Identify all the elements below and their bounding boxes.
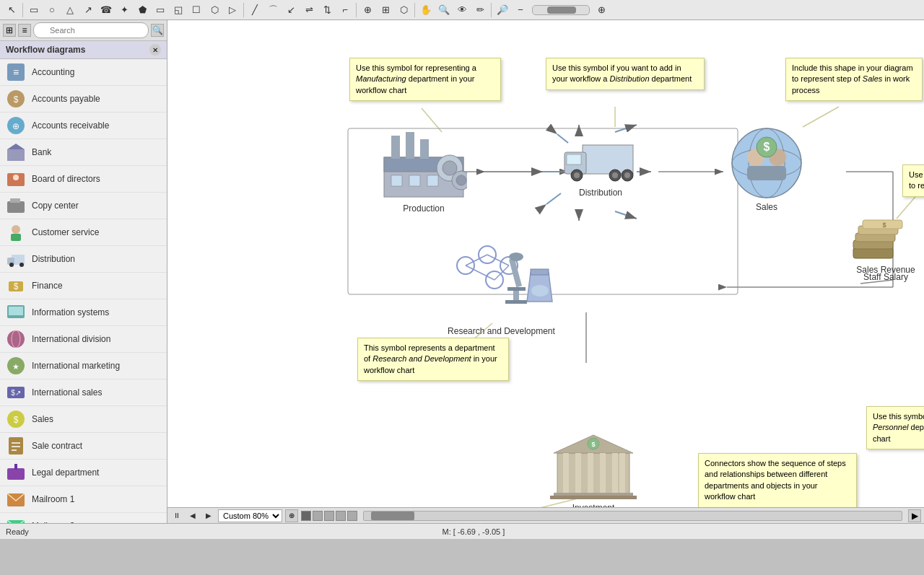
- sidebar-item-finance[interactable]: $Finance: [0, 273, 167, 299]
- sidebar-item-legal-department[interactable]: Legal department: [0, 460, 167, 486]
- vconn-tool[interactable]: ⇅: [318, 1, 336, 19]
- h-scrollbar-thumb[interactable]: [371, 512, 414, 520]
- hconn-tool[interactable]: ⇌: [300, 1, 318, 19]
- production-label: Production: [403, 203, 444, 214]
- add-tool[interactable]: ⊕: [359, 1, 376, 19]
- pan-tool[interactable]: ✋: [417, 1, 435, 19]
- svg-line-55: [615, 211, 637, 219]
- sidebar-item-international-division[interactable]: International division: [0, 326, 167, 353]
- sidebar-list-icon[interactable]: ≡: [18, 24, 31, 37]
- svg-rect-114: [575, 453, 581, 495]
- sidebar-item-board-of-directors[interactable]: Board of directors: [0, 166, 167, 193]
- tooltip-manufacturing: Use this symbol for representing a Manuf…: [349, 58, 501, 101]
- star-tool[interactable]: ✦: [116, 1, 133, 19]
- svg-text:$: $: [764, 141, 770, 153]
- svg-text:⊕: ⊕: [12, 121, 19, 131]
- ellipse-tool[interactable]: ○: [43, 1, 61, 19]
- zoom-tool[interactable]: 🔍: [435, 1, 453, 19]
- sidebar-item-sales[interactable]: $Sales: [0, 406, 167, 433]
- tooltip-personnel: Use this symbol for representing a Perso…: [866, 406, 924, 449]
- sidebar-item-icon-accounts-receivable: ⊕: [6, 115, 26, 136]
- line-tool[interactable]: ╱: [246, 1, 263, 19]
- tooltip-connectors: Connectors show the sequence of steps an…: [698, 453, 857, 508]
- grid-tool[interactable]: ⊞: [377, 1, 394, 19]
- select-tool[interactable]: ↖: [3, 1, 20, 19]
- triangle-tool[interactable]: △: [61, 1, 79, 19]
- tooltip-distribution: Use this symbol if you want to add in yo…: [546, 58, 705, 90]
- svg-line-45: [897, 193, 918, 219]
- sidebar-item-distribution[interactable]: Distribution: [0, 246, 167, 273]
- sep5: [491, 3, 492, 17]
- sidebar-item-label-mailroom-1: Mailroom 1: [32, 494, 74, 504]
- zoom-minus-tool[interactable]: −: [512, 1, 529, 19]
- svg-line-103: [494, 265, 509, 280]
- sidebar-title: Workflow diagrams: [6, 45, 85, 55]
- sidebar-item-accounts-receivable[interactable]: ⊕Accounts receivable: [0, 113, 167, 139]
- svg-rect-35: [14, 464, 17, 470]
- phone-tool[interactable]: ☎: [97, 1, 115, 19]
- sidebar-item-copy-center[interactable]: Copy center: [0, 193, 167, 219]
- distribution-node: Distribution: [561, 127, 640, 198]
- sidebar-item-information-systems[interactable]: Information systems: [0, 299, 167, 326]
- svg-rect-10: [7, 201, 25, 213]
- sidebar-item-international-sales[interactable]: $↗International sales: [0, 379, 167, 406]
- sidebar-item-mailroom-1[interactable]: Mailroom 1: [0, 486, 167, 513]
- zoom-plus-tool[interactable]: ⊕: [593, 1, 610, 19]
- h-scrollbar[interactable]: [363, 511, 902, 521]
- extra2-tool[interactable]: ⬡: [395, 1, 412, 19]
- svg-rect-69: [391, 136, 400, 159]
- prev-btn[interactable]: ◀: [186, 509, 199, 522]
- pause-btn[interactable]: ⏸: [170, 509, 183, 522]
- sidebar-item-bank[interactable]: Bank: [0, 139, 167, 166]
- sidebar-item-accounting[interactable]: ≡Accounting: [0, 59, 167, 86]
- check-tool[interactable]: ☐: [188, 1, 205, 19]
- sidebar: ⊞ ≡ 🔍 🔍 Workflow diagrams ✕ ≡Accounting$…: [0, 20, 167, 523]
- curve-tool[interactable]: ⌒: [264, 1, 282, 19]
- eye-tool[interactable]: 👁: [453, 1, 471, 19]
- svg-rect-34: [7, 468, 25, 480]
- canvas-area: Use this symbol for representing a Manuf…: [167, 20, 924, 523]
- page-dot-3[interactable]: [324, 511, 334, 521]
- sidebar-item-customer-service[interactable]: Customer service: [0, 219, 167, 246]
- sidebar-item-label-international-marketing: International marketing: [32, 361, 120, 371]
- sidebar-close-button[interactable]: ✕: [149, 44, 161, 56]
- pencil-tool[interactable]: ✏: [471, 1, 489, 19]
- play-tool[interactable]: ▷: [224, 1, 241, 19]
- search-input[interactable]: [33, 22, 149, 38]
- zoom-select[interactable]: Custom 80% 50% 75% 100% 150%: [218, 509, 282, 522]
- sidebar-item-sale-contract[interactable]: Sale contract: [0, 433, 167, 460]
- svg-text:$↗: $↗: [11, 389, 21, 397]
- sidebar-item-accounts-payable[interactable]: $Accounts payable: [0, 86, 167, 113]
- svg-rect-115: [588, 453, 593, 495]
- svg-point-22: [7, 330, 25, 348]
- sidebar-grid-icon[interactable]: ⊞: [3, 24, 16, 37]
- sidebar-item-label-sale-contract: Sale contract: [32, 441, 82, 451]
- page-dot-5[interactable]: [347, 511, 357, 521]
- svg-rect-106: [507, 287, 526, 291]
- zoom-spin-btn[interactable]: ⊕: [285, 509, 298, 522]
- elbow-tool[interactable]: ⌐: [336, 1, 354, 19]
- arrow-tool[interactable]: ↗: [79, 1, 97, 19]
- rect-tool[interactable]: ▭: [25, 1, 43, 19]
- svg-rect-93: [747, 166, 786, 180]
- search-submit[interactable]: 🔍: [151, 24, 164, 37]
- process-tool[interactable]: ▭: [152, 1, 169, 19]
- scroll-right-btn[interactable]: ▶: [908, 509, 921, 522]
- sidebar-item-international-marketing[interactable]: ★International marketing: [0, 353, 167, 379]
- page-dot-4[interactable]: [336, 511, 346, 521]
- next-btn[interactable]: ▶: [202, 509, 215, 522]
- connector-tool[interactable]: ↙: [282, 1, 300, 19]
- extra-tool[interactable]: ⬡: [206, 1, 223, 19]
- status-coordinates: M: [ -6.69 , -9.05 ]: [442, 527, 505, 536]
- rect2-tool[interactable]: ◱: [170, 1, 187, 19]
- zoom-slider[interactable]: [532, 5, 590, 15]
- page-dot-2[interactable]: [313, 511, 323, 521]
- shape-tool[interactable]: ⬟: [134, 1, 151, 19]
- svg-rect-21: [9, 307, 23, 315]
- sidebar-item-mailroom-2[interactable]: Mailroom 2: [0, 513, 167, 523]
- sidebar-item-label-information-systems: Information systems: [32, 307, 109, 317]
- zoom-out-tool[interactable]: 🔎: [494, 1, 511, 19]
- sidebar-item-label-finance: Finance: [32, 281, 63, 291]
- svg-rect-113: [563, 453, 569, 495]
- page-dot-1[interactable]: [301, 511, 311, 521]
